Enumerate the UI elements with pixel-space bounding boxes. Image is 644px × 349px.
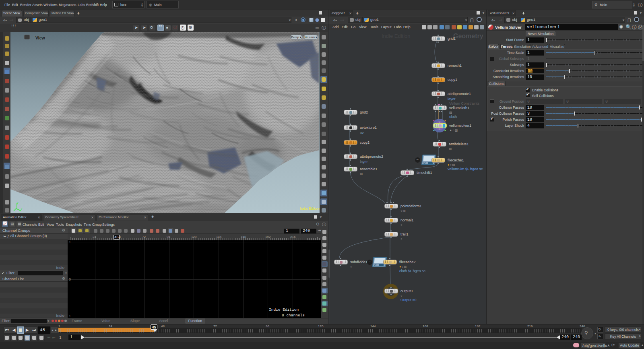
- svg-text:z: z: [21, 208, 23, 211]
- svg-text:y: y: [17, 201, 19, 204]
